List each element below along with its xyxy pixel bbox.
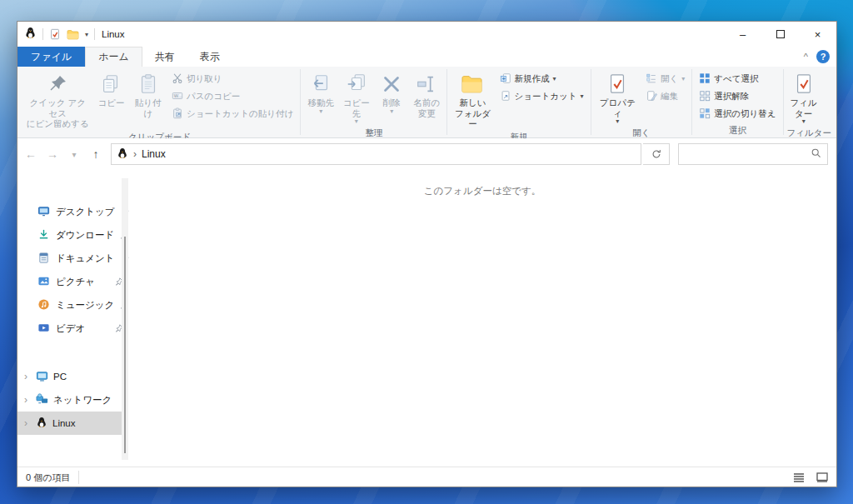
sidebar-scrollbar[interactable] — [122, 178, 128, 460]
tab-view[interactable]: 表示 — [187, 47, 232, 67]
dropdown-icon: ▾ — [681, 76, 685, 82]
search-box[interactable] — [678, 143, 828, 165]
close-button[interactable]: × — [799, 22, 836, 47]
qat-properties-button[interactable] — [49, 28, 61, 40]
clipboard-shortcut-icon — [172, 107, 183, 121]
cut-button[interactable]: 切り取り — [168, 72, 297, 87]
sidebar-item-videos[interactable]: ビデオ — [17, 317, 128, 340]
sidebar-item-downloads[interactable]: ダウンロード — [17, 223, 128, 247]
scrollbar-thumb[interactable] — [124, 237, 126, 453]
ribbon-group-clipboard: クイック アクセス にピン留めする コピー 貼り付け — [19, 67, 300, 137]
move-to-button[interactable]: 移動先 ▾ — [304, 68, 337, 116]
properties-icon — [606, 71, 628, 97]
tab-home[interactable]: ホーム — [85, 47, 142, 67]
file-list-area[interactable]: このフォルダーは空です。 — [128, 170, 836, 467]
select-none-button[interactable]: 選択解除 — [696, 89, 779, 104]
move-to-icon — [309, 71, 332, 97]
maximize-button[interactable] — [761, 22, 799, 47]
chevron-right-icon[interactable]: › — [24, 394, 31, 406]
rename-icon — [415, 71, 438, 97]
dropdown-icon: ▾ — [355, 118, 358, 125]
navigation-pane: デスクトップ ダウンロード ドキュメント ピクチャ ミュージック — [17, 170, 128, 467]
status-bar: 0 個の項目 — [17, 467, 836, 487]
recent-locations-dropdown[interactable]: ▾ — [64, 144, 84, 164]
address-row: ← → ▾ ↑ › Linux — [17, 138, 836, 170]
address-bar[interactable]: › Linux — [111, 143, 641, 165]
delete-button[interactable]: 削除 ▾ — [375, 68, 408, 116]
large-icons-view-button[interactable] — [813, 469, 831, 486]
refresh-button[interactable] — [643, 143, 670, 165]
collapse-ribbon-button[interactable]: ^ — [804, 52, 808, 62]
dropdown-icon: ▾ — [581, 93, 584, 100]
filter-button[interactable]: フィル ター ▾ — [787, 68, 821, 126]
qat-new-folder-button[interactable] — [67, 29, 79, 40]
forward-button[interactable]: → — [42, 144, 62, 164]
search-icon — [811, 147, 822, 162]
pc-icon — [36, 370, 48, 384]
refresh-icon — [651, 148, 662, 160]
chevron-right-icon[interactable]: › — [24, 417, 31, 429]
new-folder-icon — [460, 71, 485, 97]
tab-share[interactable]: 共有 — [142, 47, 187, 67]
window-title: Linux — [102, 29, 125, 39]
dropdown-icon: ▾ — [616, 118, 619, 125]
paste-icon — [137, 71, 160, 97]
new-item-button[interactable]: 新規作成 ▾ — [496, 72, 587, 87]
sidebar-item-network[interactable]: › ネットワーク — [17, 388, 128, 412]
help-button[interactable]: ? — [816, 50, 830, 63]
pin-to-quick-access-button[interactable]: クイック アクセス にピン留めする — [22, 68, 92, 130]
paste-button[interactable]: 貼り付け — [129, 68, 167, 119]
select-all-button[interactable]: すべて選択 — [696, 72, 779, 87]
sidebar-item-pc[interactable]: › PC — [17, 365, 128, 388]
sidebar-item-music[interactable]: ミュージック — [17, 293, 128, 317]
list-view-icon — [793, 472, 805, 482]
rename-button[interactable]: 名前の 変更 — [410, 68, 443, 119]
open-button[interactable]: 開く ▾ — [642, 72, 688, 87]
sidebar-section-gap — [17, 340, 128, 365]
new-item-icon — [500, 72, 511, 86]
ribbon-group-filter: フィル ター ▾ フィルター — [784, 67, 835, 137]
ribbon-tabs: ファイル ホーム 共有 表示 ^ ? — [17, 47, 836, 67]
copy-button[interactable]: コピー — [94, 68, 127, 109]
search-input[interactable] — [684, 148, 811, 160]
content-area: デスクトップ ダウンロード ドキュメント ピクチャ ミュージック — [17, 170, 836, 467]
copy-icon — [99, 71, 122, 97]
delete-x-icon — [380, 71, 403, 97]
new-folder-button[interactable]: 新しい フォルダー — [451, 68, 494, 130]
minimize-button[interactable]: – — [724, 22, 761, 47]
select-all-icon — [699, 72, 711, 86]
tab-file[interactable]: ファイル — [17, 47, 85, 67]
desktop-icon — [37, 205, 50, 219]
properties-button[interactable]: プロパティ ▾ — [595, 68, 641, 126]
dropdown-icon: ▾ — [802, 118, 806, 125]
invert-selection-button[interactable]: 選択の切り替え — [696, 107, 779, 122]
sidebar-item-linux[interactable]: › Linux — [17, 412, 128, 435]
path-icon: W... — [172, 90, 183, 103]
up-button[interactable]: ↑ — [86, 144, 106, 164]
chevron-right-icon[interactable]: › — [24, 371, 31, 382]
sidebar-item-pictures[interactable]: ピクチャ — [17, 270, 128, 293]
shortcut-button[interactable]: ショートカット ▾ — [496, 89, 587, 104]
edit-pencil-icon — [646, 90, 657, 103]
select-none-icon — [699, 90, 711, 103]
explorer-window: ▾ Linux – × ファイル ホーム 共有 表示 ^ ? — [17, 21, 837, 487]
sidebar-item-documents[interactable]: ドキュメント — [17, 247, 128, 270]
edit-button[interactable]: 編集 — [642, 89, 688, 104]
ribbon-group-new: 新しい フォルダー 新規作成 ▾ ショートカット ▾ 新規 — [447, 67, 590, 137]
breadcrumb-chevron-icon: › — [133, 148, 137, 160]
sidebar-item-desktop[interactable]: デスクトップ — [17, 200, 128, 223]
invert-selection-icon — [699, 107, 711, 121]
dropdown-icon: ▾ — [553, 76, 556, 82]
tux-penguin-icon — [24, 27, 37, 42]
back-button[interactable]: ← — [21, 144, 41, 164]
copy-to-icon — [345, 71, 368, 97]
copy-to-button[interactable]: コピー先 ▾ — [339, 68, 373, 126]
pin-icon — [47, 71, 68, 97]
breadcrumb-linux[interactable]: Linux — [142, 148, 166, 160]
details-view-button[interactable] — [790, 469, 808, 486]
dropdown-icon: ▾ — [319, 108, 322, 115]
paste-shortcut-button[interactable]: ショートカットの貼り付け — [168, 107, 297, 122]
pictures-icon — [37, 275, 50, 289]
qat-customize-dropdown[interactable]: ▾ — [85, 31, 88, 38]
copy-path-button[interactable]: W... パスのコピー — [168, 89, 297, 104]
